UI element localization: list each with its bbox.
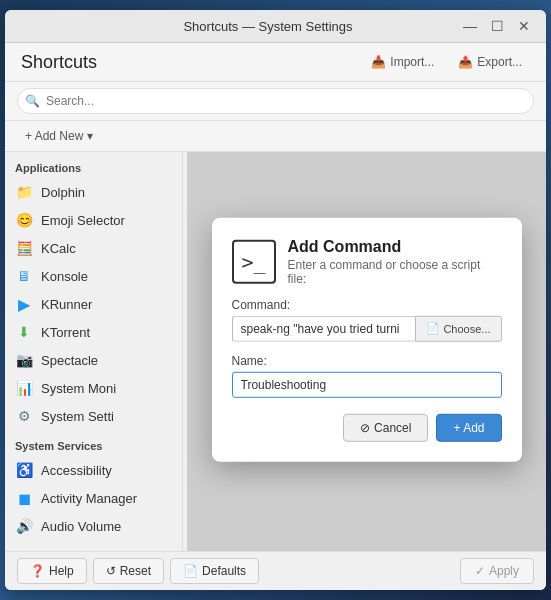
bottom-left-actions: ❓ Help ↺ Reset 📄 Defaults [17,558,259,584]
command-input-row: 📄 Choose... [232,315,502,341]
app-title: Shortcuts [21,52,97,73]
window-title: Shortcuts — System Settings [77,19,459,34]
spectacle-icon: 📷 [15,351,33,369]
title-bar: Shortcuts — System Settings — ☐ ✕ [5,10,546,43]
sidebar-item-dolphin[interactable]: 📁 Dolphin [5,178,182,206]
dolphin-icon: 📁 [15,183,33,201]
emoji-selector-icon: 😊 [15,211,33,229]
sidebar-item-activity-manager[interactable]: ◼ Activity Manager [5,484,182,512]
main-window: Shortcuts — System Settings — ☐ ✕ Shortc… [5,10,546,590]
sidebar-item-konsole[interactable]: 🖥 Konsole [5,262,182,290]
sidebar-item-kcalc[interactable]: 🧮 KCalc [5,234,182,262]
sidebar-item-accessibility[interactable]: ♿ Accessibility [5,456,182,484]
apply-button[interactable]: ✓ Apply [460,558,534,584]
sidebar: Applications 📁 Dolphin 😊 Emoji Selector … [5,152,183,551]
sidebar-item-emoji-selector[interactable]: 😊 Emoji Selector [5,206,182,234]
search-wrapper: 🔍 [17,88,534,114]
terminal-icon: >_ [232,239,276,283]
search-icon: 🔍 [25,94,40,108]
sidebar-item-krunner[interactable]: ▶ KRunner [5,290,182,318]
add-command-dialog: >_ Add Command Enter a command or choose… [212,217,522,461]
sidebar-item-system-settings[interactable]: ⚙ System Setti [5,402,182,430]
header-actions: 📥 Import... 📤 Export... [363,51,530,73]
audio-volume-icon: 🔊 [15,517,33,535]
ktorrent-icon: ⬇ [15,323,33,341]
accessibility-icon: ♿ [15,461,33,479]
bottom-bar: ❓ Help ↺ Reset 📄 Defaults ✓ Apply [5,551,546,590]
apply-checkmark-icon: ✓ [475,564,485,578]
cancel-button[interactable]: ⊘ Cancel [343,413,428,441]
reset-button[interactable]: ↺ Reset [93,558,164,584]
defaults-button[interactable]: 📄 Defaults [170,558,259,584]
command-label: Command: [232,297,502,311]
sidebar-item-spectacle[interactable]: 📷 Spectacle [5,346,182,374]
add-new-button[interactable]: + Add New ▾ [17,125,101,147]
cancel-icon: ⊘ [360,420,370,434]
toolbar: + Add New ▾ [5,121,546,152]
export-button[interactable]: 📤 Export... [450,51,530,73]
system-monitor-icon: 📊 [15,379,33,397]
search-bar: 🔍 [5,82,546,121]
defaults-icon: 📄 [183,564,198,578]
name-input[interactable] [232,371,502,397]
sidebar-item-system-monitor[interactable]: 📊 System Moni [5,374,182,402]
export-icon: 📤 [458,55,473,69]
help-icon: ❓ [30,564,45,578]
import-icon: 📥 [371,55,386,69]
dialog-header: >_ Add Command Enter a command or choose… [232,237,502,285]
close-button[interactable]: ✕ [514,16,534,36]
name-label: Name: [232,353,502,367]
import-button[interactable]: 📥 Import... [363,51,442,73]
dialog-title-group: Add Command Enter a command or choose a … [288,237,502,285]
krunner-icon: ▶ [15,295,33,313]
add-button[interactable]: + Add [436,413,501,441]
file-icon: 📄 [426,322,440,335]
dialog-title: Add Command [288,237,502,255]
app-header: Shortcuts 📥 Import... 📤 Export... [5,43,546,82]
activity-manager-icon: ◼ [15,489,33,507]
dialog-subtitle: Enter a command or choose a script file: [288,257,502,285]
choose-button[interactable]: 📄 Choose... [415,315,501,341]
sidebar-section-applications: Applications [5,152,182,178]
system-settings-icon: ⚙ [15,407,33,425]
minimize-button[interactable]: — [459,16,481,36]
command-input[interactable] [232,315,416,341]
reset-icon: ↺ [106,564,116,578]
sidebar-item-ktorrent[interactable]: ⬇ KTorrent [5,318,182,346]
title-bar-controls: — ☐ ✕ [459,16,534,36]
sidebar-section-system-services: System Services [5,430,182,456]
chevron-down-icon: ▾ [87,129,93,143]
kcalc-icon: 🧮 [15,239,33,257]
main-panel: >_ Add Command Enter a command or choose… [187,152,546,551]
sidebar-item-audio-volume[interactable]: 🔊 Audio Volume [5,512,182,540]
help-button[interactable]: ❓ Help [17,558,87,584]
content-area: Applications 📁 Dolphin 😊 Emoji Selector … [5,152,546,551]
maximize-button[interactable]: ☐ [487,16,508,36]
dialog-actions: ⊘ Cancel + Add [232,413,502,441]
search-input[interactable] [17,88,534,114]
konsole-icon: 🖥 [15,267,33,285]
